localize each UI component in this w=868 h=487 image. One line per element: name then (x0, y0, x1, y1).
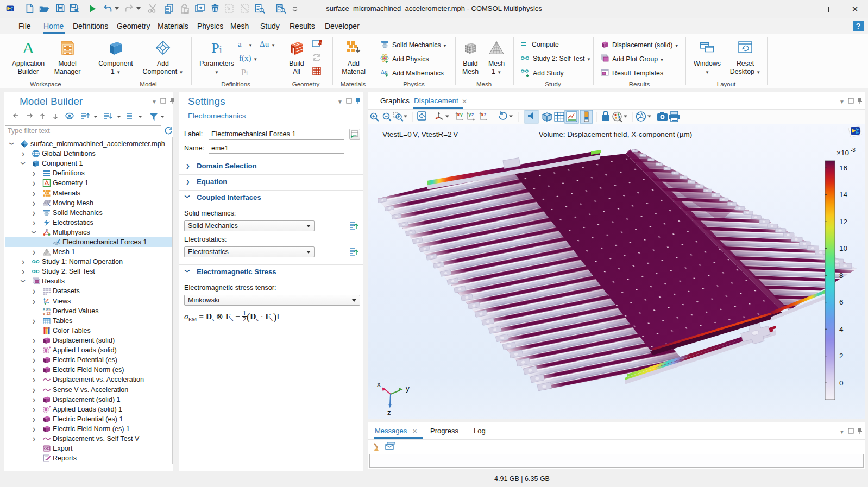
svg-text:2: 2 (839, 352, 844, 360)
svg-text:VtestL=0 V, VtestR=2 V: VtestL=0 V, VtestR=2 V (382, 130, 458, 138)
svg-text:14: 14 (839, 191, 848, 199)
svg-text:y: y (406, 384, 410, 393)
svg-text:y: y (469, 112, 471, 117)
svg-text:z: z (484, 112, 486, 117)
svg-text:8.85: 8.85 (43, 308, 51, 312)
svg-text:e-12: e-12 (43, 312, 51, 315)
svg-text:x: x (457, 112, 460, 117)
svg-text:12: 12 (839, 218, 847, 226)
svg-text:16: 16 (839, 164, 847, 172)
svg-text:6: 6 (839, 298, 844, 306)
svg-text:8: 8 (839, 271, 844, 280)
svg-text:10: 10 (839, 244, 847, 252)
svg-text:x: x (377, 380, 381, 388)
svg-text:0: 0 (839, 379, 844, 387)
svg-text:4: 4 (839, 325, 844, 333)
svg-text:Volume: Displacement field, X-: Volume: Displacement field, X-component … (539, 130, 692, 138)
svg-text:-3: -3 (851, 147, 856, 153)
svg-text:Pi: Pi (211, 40, 222, 56)
svg-text:A: A (22, 39, 34, 56)
svg-text:z: z (387, 408, 391, 416)
svg-text:z: z (471, 112, 474, 117)
svg-text:x: x (481, 112, 484, 117)
svg-text:y: y (460, 112, 463, 117)
svg-text:×10: ×10 (836, 149, 849, 157)
